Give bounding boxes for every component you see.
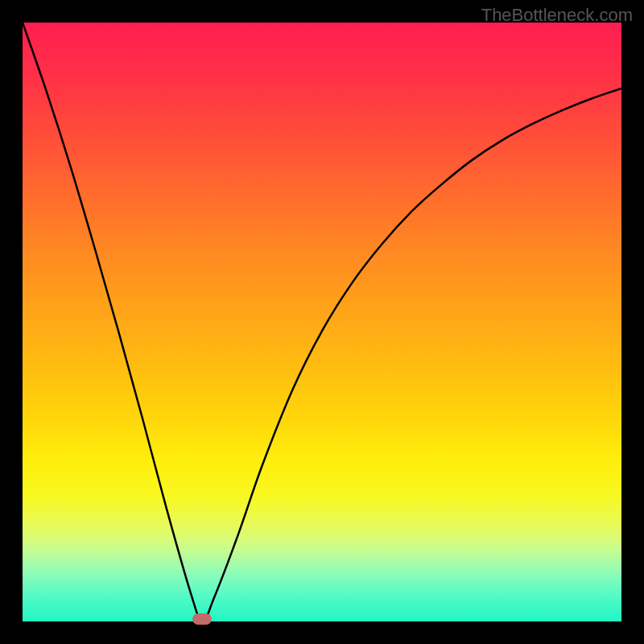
chart-plot-area (23, 23, 621, 621)
minimum-marker (192, 613, 212, 625)
bottleneck-curve (23, 23, 621, 621)
watermark-text: TheBottleneck.com (481, 5, 633, 26)
